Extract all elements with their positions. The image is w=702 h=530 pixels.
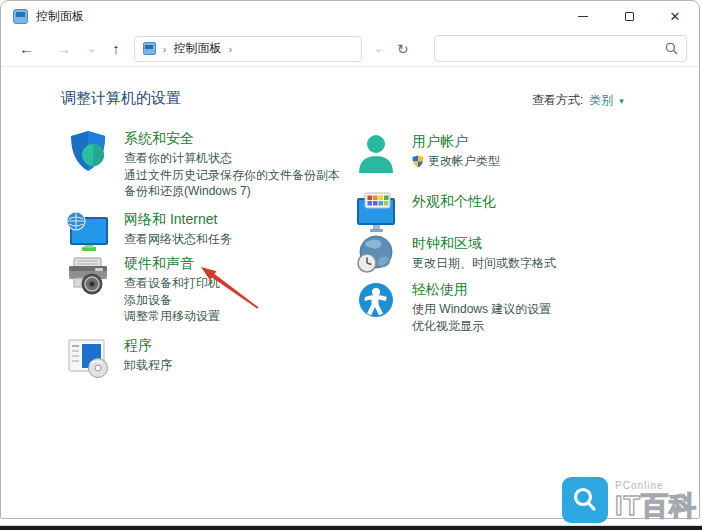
category-clock-region: 时钟和区域 更改日期、时间或数字格式 [353,233,556,279]
uac-shield-icon [412,155,424,168]
category-network-internet: 网络和 Internet 查看网络状态和任务 [65,209,232,255]
breadcrumb-item-control-panel[interactable]: 控制面板 [173,40,221,57]
search-input[interactable] [435,42,665,56]
programs-icon[interactable] [65,335,111,381]
category-appearance: 外观和个性化 [353,191,496,237]
window-controls: ✕ [560,1,698,31]
control-panel-icon [13,9,28,24]
user-icon[interactable] [353,131,399,177]
network-monitor-icon[interactable] [65,209,111,255]
link-backup-restore-win7[interactable]: 备份和还原(Windows 7) [124,183,340,200]
watermark-magnifier-icon [562,477,608,523]
category-ease-of-access: 轻松使用 使用 Windows 建议的设置 优化视觉显示 [353,279,551,334]
breadcrumb-chevron-icon: › [163,43,167,55]
window-title: 控制面板 [36,8,84,25]
category-user-accounts: 用户帐户 更改帐户类型 [353,131,500,177]
category-title-appearance[interactable]: 外观和个性化 [412,192,496,210]
bottom-edge-bar [0,525,702,530]
category-title-clock-region[interactable]: 时钟和区域 [412,234,556,252]
breadcrumb[interactable]: › 控制面板 › [134,36,362,62]
view-by-value[interactable]: 类别 [589,92,613,109]
refresh-icon[interactable]: ↻ [397,41,409,57]
minimize-icon [578,16,588,17]
toolbar-separator [1,66,699,67]
personalization-icon[interactable] [353,191,399,237]
category-title-user-accounts[interactable]: 用户帐户 [412,132,500,150]
page-title: 调整计算机的设置 [61,89,181,108]
close-button[interactable]: ✕ [652,1,698,31]
red-arrow-annotation [198,264,266,314]
link-optimize-visual-display[interactable]: 优化视觉显示 [412,318,551,335]
category-title-system-security[interactable]: 系统和安全 [124,129,340,147]
forward-button[interactable]: → [56,41,71,56]
link-windows-suggested-settings[interactable]: 使用 Windows 建议的设置 [412,301,551,318]
security-shield-icon[interactable] [65,128,111,174]
category-system-security: 系统和安全 查看你的计算机状态 通过文件历史记录保存你的文件备份副本 备份和还原… [65,128,340,200]
view-by-control: 查看方式: 类别 ▾ [532,92,624,109]
up-button[interactable]: ↑ [112,41,120,56]
category-title-network-internet[interactable]: 网络和 Internet [124,210,232,228]
maximize-icon [625,12,634,21]
link-view-computer-status[interactable]: 查看你的计算机状态 [124,150,340,167]
breadcrumb-control-panel-icon [143,42,156,55]
watermark-brand: PConline [615,481,697,491]
view-by-caret-icon[interactable]: ▾ [619,96,624,106]
category-programs: 程序 卸载程序 [65,335,172,381]
link-uninstall-program[interactable]: 卸载程序 [124,357,172,374]
clock-globe-icon[interactable] [353,233,399,279]
back-button[interactable]: ← [19,41,34,56]
minimize-button[interactable] [560,1,606,31]
recent-pages-dropdown-icon[interactable]: ⌄ [87,43,96,54]
breadcrumb-chevron-icon: › [228,43,232,55]
printer-sound-icon[interactable] [65,253,111,299]
watermark-name: IT百科 [615,493,697,520]
maximize-button[interactable] [606,1,652,31]
view-by-label: 查看方式: [532,92,583,109]
address-history-dropdown-icon[interactable]: ⌄ [374,42,383,55]
link-change-account-type-label: 更改帐户类型 [428,153,500,170]
link-file-history-backup[interactable]: 通过文件历史记录保存你的文件备份副本 [124,167,340,184]
search-box[interactable] [434,35,687,62]
link-change-date-time-format[interactable]: 更改日期、时间或数字格式 [412,255,556,272]
category-hardware-sound: 硬件和声音 查看设备和打印机 添加设备 调整常用移动设置 [65,253,220,325]
link-change-account-type[interactable]: 更改帐户类型 [412,153,500,170]
screenshot-root: 控制面板 ✕ ← → ⌄ ↑ › 控制面板 › ⌄ ↻ [0,0,702,530]
accessibility-icon[interactable] [353,279,399,325]
category-title-ease-of-access[interactable]: 轻松使用 [412,280,551,298]
titlebar[interactable]: 控制面板 ✕ [1,1,699,31]
control-panel-window: 控制面板 ✕ ← → ⌄ ↑ › 控制面板 › ⌄ ↻ [0,0,700,519]
navigation-toolbar: ← → ⌄ ↑ › 控制面板 › ⌄ ↻ [1,31,699,66]
link-view-network-status[interactable]: 查看网络状态和任务 [124,231,232,248]
close-icon: ✕ [670,10,681,23]
search-icon [665,42,678,55]
watermark: PConline IT百科 [562,477,697,523]
category-title-programs[interactable]: 程序 [124,336,172,354]
